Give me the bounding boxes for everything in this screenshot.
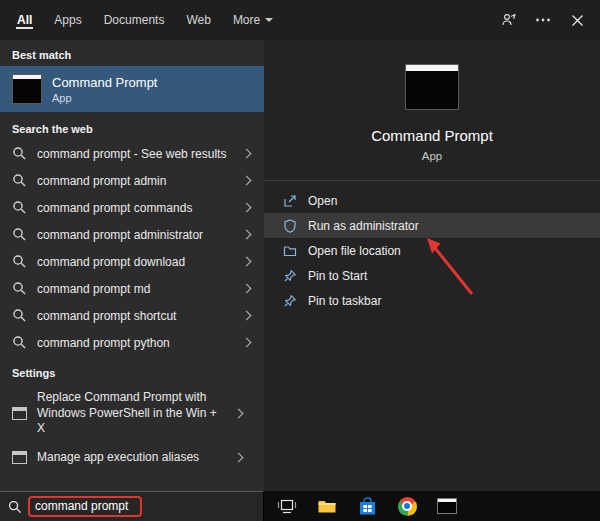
search-the-web-header: Search the web	[0, 112, 264, 140]
taskbar	[264, 491, 600, 521]
divider	[264, 180, 600, 181]
pin-icon	[282, 293, 297, 308]
chevron-right-icon	[242, 257, 252, 267]
web-suggestion[interactable]: command prompt - See web results	[0, 140, 264, 167]
best-match-title: Command Prompt	[52, 75, 157, 90]
chevron-right-icon	[242, 176, 252, 186]
ellipsis-icon[interactable]	[526, 0, 560, 40]
search-icon	[12, 146, 27, 161]
tab-more[interactable]: More	[222, 0, 284, 40]
search-icon	[12, 308, 27, 323]
chevron-right-icon	[242, 284, 252, 294]
context-actions: Open Run as administrator Open file loca…	[264, 188, 600, 313]
tab-apps[interactable]: Apps	[43, 0, 92, 40]
search-input[interactable]: command prompt	[0, 491, 264, 521]
web-suggestion[interactable]: command prompt shortcut	[0, 302, 264, 329]
chevron-right-icon	[242, 149, 252, 159]
tab-documents[interactable]: Documents	[93, 0, 176, 40]
pin-icon	[282, 268, 297, 283]
filter-tabs: All Apps Documents Web More	[0, 0, 284, 40]
chevron-right-icon	[234, 408, 244, 418]
ellipsis-icon-glyph	[535, 18, 551, 22]
search-filter-bar: All Apps Documents Web More	[0, 0, 600, 40]
search-icon	[12, 227, 27, 242]
web-suggestion[interactable]: command prompt md	[0, 275, 264, 302]
chevron-right-icon	[242, 311, 252, 321]
preview-app-subtitle: App	[264, 150, 600, 162]
chevron-right-icon	[242, 338, 252, 348]
action-pin-to-start[interactable]: Pin to Start	[264, 263, 600, 288]
chevron-right-icon	[234, 453, 244, 463]
command-prompt-icon	[12, 74, 42, 104]
chevron-right-icon	[242, 203, 252, 213]
command-prompt-taskbar-icon[interactable]	[436, 495, 458, 517]
best-match-result-command-prompt[interactable]: Command Prompt App	[0, 66, 264, 112]
web-suggestions-list: command prompt - See web results command…	[0, 140, 264, 356]
feedback-icon-glyph	[501, 12, 517, 28]
open-icon	[282, 193, 297, 208]
file-explorer-icon[interactable]	[316, 495, 338, 517]
app-window-icon	[12, 407, 27, 420]
action-run-as-administrator[interactable]: Run as administrator	[264, 213, 600, 238]
best-match-header: Best match	[0, 40, 264, 66]
best-match-subtitle: App	[52, 92, 157, 104]
web-suggestion[interactable]: command prompt commands	[0, 194, 264, 221]
web-suggestion[interactable]: command prompt python	[0, 329, 264, 356]
tab-web[interactable]: Web	[175, 0, 221, 40]
shield-icon	[282, 218, 297, 233]
preview-app-title: Command Prompt	[264, 127, 600, 144]
command-prompt-icon-large	[405, 64, 459, 110]
search-icon	[12, 281, 27, 296]
folder-icon	[282, 243, 297, 258]
web-suggestion[interactable]: command prompt download	[0, 248, 264, 275]
settings-header: Settings	[0, 356, 264, 384]
search-icon	[8, 500, 22, 514]
search-query-text: command prompt	[35, 499, 128, 513]
search-icon	[12, 200, 27, 215]
start-search-flyout: All Apps Documents Web More	[0, 0, 600, 521]
web-suggestion[interactable]: command prompt administrator	[0, 221, 264, 248]
microsoft-store-icon[interactable]	[356, 495, 378, 517]
results-panel: Best match Command Prompt App Search the…	[0, 40, 264, 491]
search-icon	[12, 335, 27, 350]
close-icon-glyph	[571, 14, 584, 27]
app-window-icon	[12, 451, 27, 464]
chevron-right-icon	[242, 230, 252, 240]
action-pin-to-taskbar[interactable]: Pin to taskbar	[264, 288, 600, 313]
action-open[interactable]: Open	[264, 188, 600, 213]
search-icon	[12, 173, 27, 188]
chrome-icon[interactable]	[396, 495, 418, 517]
web-suggestion[interactable]: command prompt admin	[0, 167, 264, 194]
task-view-icon[interactable]	[276, 495, 298, 517]
tab-all[interactable]: All	[6, 0, 43, 40]
search-icon	[12, 254, 27, 269]
action-open-file-location[interactable]: Open file location	[264, 238, 600, 263]
annotation-red-box: command prompt	[28, 496, 142, 517]
settings-result-replace-cmd[interactable]: Replace Command Prompt with Windows Powe…	[0, 384, 264, 443]
close-icon[interactable]	[560, 0, 594, 40]
settings-result-app-aliases[interactable]: Manage app execution aliases	[0, 443, 264, 473]
preview-pane: Command Prompt App Open Run as administr…	[264, 40, 600, 491]
chevron-down-icon	[265, 18, 273, 22]
feedback-icon[interactable]	[492, 0, 526, 40]
